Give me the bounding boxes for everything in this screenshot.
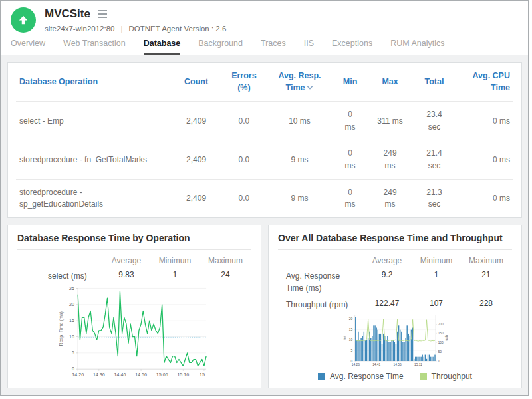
table-cell: 2,409 xyxy=(172,179,221,217)
agent-version-label: DOTNET Agent Version : 2.6 xyxy=(129,25,227,33)
column-header-errors-[interactable]: Errors (%) xyxy=(221,63,267,102)
table-cell: 311 ms xyxy=(368,102,412,140)
database-operations-table-card: Database OperationCountErrors (%)Avg. Re… xyxy=(7,62,522,218)
host-label: site24x7-win2012:80 xyxy=(45,25,115,33)
tab-database[interactable]: Database xyxy=(144,39,181,55)
svg-text:15:..: 15:.. xyxy=(200,372,209,378)
svg-text:15: 15 xyxy=(69,318,74,323)
svg-text:14:36: 14:36 xyxy=(93,372,105,378)
column-header-min[interactable]: Min xyxy=(332,63,368,102)
column-header-database-operation[interactable]: Database Operation xyxy=(16,63,172,102)
table-cell: 0 ms xyxy=(456,140,513,179)
app-window: MVCSite site24x7-win2012:80|DOTNET Agent… xyxy=(0,0,529,396)
database-operations-table: Database OperationCountErrors (%)Avg. Re… xyxy=(16,63,513,217)
svg-text:20: 20 xyxy=(69,302,74,307)
svg-text:14:56: 14:56 xyxy=(135,372,147,378)
stats-value: 122.47 xyxy=(362,299,412,308)
table-cell: 10 ms xyxy=(267,102,332,140)
column-header-avg-resp-time[interactable]: Avg. Resp. Time xyxy=(267,63,332,102)
table-cell: storedprocedure - sp_getEducationDetails xyxy=(16,179,172,217)
response-time-by-operation-panel: Database Response Time by Operation Aver… xyxy=(7,225,261,388)
tab-rum-analytics[interactable]: RUM Analytics xyxy=(390,39,444,55)
svg-text:5: 5 xyxy=(72,350,74,356)
stats-header: Average xyxy=(102,256,150,265)
table-row[interactable]: select - Emp2,4090.010 ms0 ms311 ms23.4 … xyxy=(16,102,513,140)
table-cell: 2,409 xyxy=(172,140,221,179)
stats-header: Minimum xyxy=(150,256,200,265)
stats-header: Maximum xyxy=(200,256,251,265)
legend-swatch xyxy=(420,373,427,380)
subtitle-separator: | xyxy=(121,25,123,33)
hamburger-menu-icon[interactable] xyxy=(98,9,107,19)
stats-row-label: select (ms) xyxy=(17,270,102,282)
svg-text:150: 150 xyxy=(438,332,444,335)
table-cell: 0 ms xyxy=(332,179,368,217)
svg-text:14:41: 14:41 xyxy=(372,363,380,366)
tab-traces[interactable]: Traces xyxy=(261,39,286,55)
table-cell: 21.4 sec xyxy=(412,140,456,179)
table-cell: storedprocedure - fn_GetTotalMarks xyxy=(16,140,172,179)
svg-text:5: 5 xyxy=(351,349,353,352)
chart-panels: Database Response Time by Operation Aver… xyxy=(7,225,522,388)
svg-text:14:46: 14:46 xyxy=(114,372,126,378)
legend-label: Throughput xyxy=(432,372,472,381)
svg-text:14:56: 14:56 xyxy=(394,363,402,366)
legend-label: Avg. Response Time xyxy=(330,372,404,381)
table-cell: 9 ms xyxy=(267,179,332,217)
legend-item-avg-response-time[interactable]: Avg. Response Time xyxy=(318,372,404,381)
table-cell: select - Emp xyxy=(16,102,172,140)
content-area: Database OperationCountErrors (%)Avg. Re… xyxy=(1,55,528,395)
table-cell: 23.4 sec xyxy=(412,102,456,140)
table-row[interactable]: storedprocedure - fn_GetTotalMarks2,4090… xyxy=(16,140,513,179)
column-header-max[interactable]: Max xyxy=(368,63,412,102)
table-cell: 249 ms xyxy=(368,179,412,217)
response-throughput-bar-chart[interactable]: 0510152005010015020014:2614:4114:5615:11… xyxy=(278,313,512,370)
stats-row-label: Avg. Response Time (ms) xyxy=(278,270,358,294)
column-header-avg-cpu-time[interactable]: Avg. CPU Time xyxy=(456,63,513,102)
table-cell: 249 ms xyxy=(368,140,412,179)
sort-desc-icon xyxy=(307,85,313,90)
stats-value: 24 xyxy=(200,270,251,279)
table-cell: 9 ms xyxy=(267,140,332,179)
up-arrow-icon xyxy=(17,13,30,27)
table-cell: 2,409 xyxy=(172,102,221,140)
tab-exceptions[interactable]: Exceptions xyxy=(332,39,372,55)
line-chart-svg: 051015202514:2614:3614:4614:5615:0615:16… xyxy=(17,284,251,384)
svg-text:15:16: 15:16 xyxy=(177,372,189,378)
tab-web-transaction[interactable]: Web Transaction xyxy=(63,39,126,55)
app-header: MVCSite site24x7-win2012:80|DOTNET Agent… xyxy=(1,1,528,33)
stats-header: Minimum xyxy=(412,256,460,265)
tab-overview[interactable]: Overview xyxy=(11,39,45,55)
svg-text:15: 15 xyxy=(349,328,353,331)
tab-background[interactable]: Background xyxy=(198,39,243,55)
table-row[interactable]: storedprocedure - sp_getEducationDetails… xyxy=(16,179,513,217)
legend-item-throughput[interactable]: Throughput xyxy=(420,372,472,381)
stats-value: 228 xyxy=(460,299,512,308)
right-panel-stats: AverageMinimumMaximumAvg. Response Time … xyxy=(278,256,512,311)
table-cell: 0.0 xyxy=(221,140,267,179)
svg-text:ms: ms xyxy=(343,335,346,340)
legend-swatch xyxy=(318,373,325,380)
svg-text:0: 0 xyxy=(72,366,74,372)
svg-text:14:26: 14:26 xyxy=(72,372,84,378)
svg-text:200: 200 xyxy=(438,323,444,326)
response-time-line-chart[interactable]: 051015202514:2614:3614:4614:5615:0615:16… xyxy=(17,284,251,384)
stats-value: 107 xyxy=(412,299,460,308)
monitor-subtitle: site24x7-win2012:80|DOTNET Agent Version… xyxy=(45,25,226,33)
table-cell: 0.0 xyxy=(221,179,267,217)
tab-iis[interactable]: IIS xyxy=(304,39,314,55)
column-header-count[interactable]: Count xyxy=(172,63,221,102)
svg-text:25: 25 xyxy=(69,286,74,291)
svg-text:rpm: rpm xyxy=(445,335,448,340)
column-header-total[interactable]: Total xyxy=(412,63,456,102)
svg-text:50: 50 xyxy=(438,350,442,353)
svg-text:0: 0 xyxy=(351,359,353,362)
monitor-status-up-icon[interactable] xyxy=(11,7,36,33)
header-text: MVCSite site24x7-win2012:80|DOTNET Agent… xyxy=(45,7,226,33)
table-cell: 21.3 sec xyxy=(412,179,456,217)
page-title: MVCSite xyxy=(45,7,90,21)
svg-text:Resp. Time (ms): Resp. Time (ms) xyxy=(59,311,64,346)
svg-text:10: 10 xyxy=(349,338,353,342)
stats-value: 9.2 xyxy=(362,270,412,279)
stats-header: Average xyxy=(362,256,412,265)
